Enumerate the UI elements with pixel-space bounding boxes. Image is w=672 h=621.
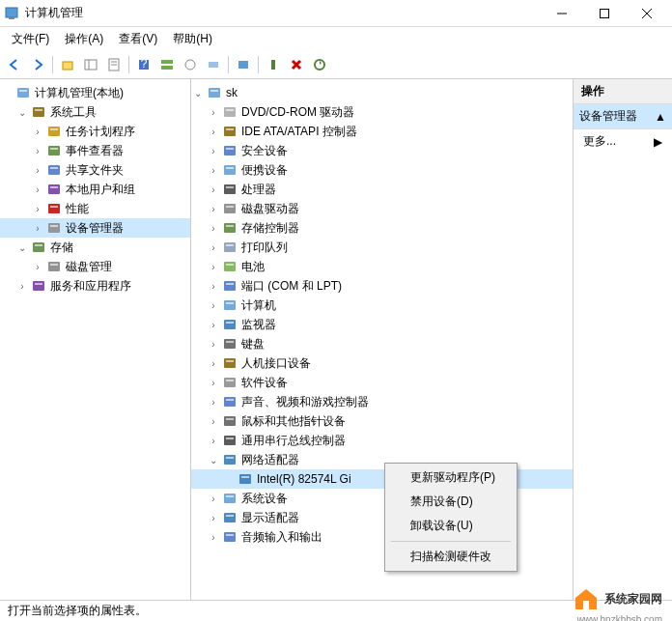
actions-more[interactable]: 更多... ▶ xyxy=(574,129,672,154)
collapse-icon[interactable]: › xyxy=(207,494,220,504)
tree-label: 网络适配器 xyxy=(241,452,299,468)
collapse-icon[interactable]: › xyxy=(15,281,29,292)
expand-icon[interactable]: ⌄ xyxy=(15,107,29,118)
collapse-icon[interactable]: › xyxy=(207,184,220,195)
collapse-icon[interactable]: › xyxy=(207,436,220,446)
scan-hardware-button[interactable] xyxy=(233,54,254,75)
close-button[interactable] xyxy=(626,0,668,27)
collapse-icon[interactable]: › xyxy=(207,513,220,523)
svg-rect-64 xyxy=(226,264,234,266)
tree-item[interactable]: ›存储控制器 xyxy=(191,218,573,238)
view-button[interactable] xyxy=(156,54,178,75)
tree-item[interactable]: ›打印队列 xyxy=(191,238,573,257)
tree-item[interactable]: ›监视器 xyxy=(191,315,573,334)
collapse-icon[interactable]: › xyxy=(31,165,44,176)
tb-icon-1[interactable] xyxy=(180,54,201,75)
menu-view[interactable]: 查看(V) xyxy=(111,29,165,49)
tb-icon-2[interactable] xyxy=(203,54,224,75)
tree-item[interactable]: ›本地用户和组 xyxy=(0,180,190,199)
tree-item[interactable]: ›服务和应用程序 xyxy=(0,276,190,296)
collapse-icon[interactable]: › xyxy=(207,532,220,543)
collapse-icon[interactable]: › xyxy=(207,378,220,388)
up-button[interactable] xyxy=(57,54,78,75)
collapse-icon[interactable]: › xyxy=(207,262,220,272)
uninstall-button[interactable] xyxy=(286,54,307,75)
tree-item[interactable]: ⌄sk xyxy=(191,83,573,102)
actions-selected[interactable]: 设备管理器 ▲ xyxy=(574,104,672,129)
tree-item[interactable]: ›处理器 xyxy=(191,180,573,199)
back-button[interactable] xyxy=(4,54,25,75)
collapse-icon[interactable]: › xyxy=(31,223,44,234)
tree-item[interactable]: ›设备管理器 xyxy=(0,218,190,238)
tree-item[interactable]: ›键盘 xyxy=(191,334,573,353)
collapse-icon[interactable]: › xyxy=(207,416,220,427)
collapse-icon[interactable]: › xyxy=(207,358,220,369)
help-button[interactable]: ? xyxy=(133,54,154,75)
tree-item[interactable]: 计算机管理(本地) xyxy=(0,83,190,102)
tree-label: Intel(R) 82574L Gi xyxy=(257,472,351,486)
properties-button[interactable] xyxy=(103,54,125,75)
tree-item[interactable]: ›磁盘驱动器 xyxy=(191,199,573,218)
tree-item[interactable]: ›任务计划程序 xyxy=(0,122,190,141)
show-console-button[interactable] xyxy=(80,54,101,75)
collapse-icon[interactable]: › xyxy=(207,146,220,156)
collapse-icon[interactable]: › xyxy=(207,281,220,292)
maximize-button[interactable] xyxy=(583,0,626,27)
tree-item[interactable]: ›磁盘管理 xyxy=(0,257,190,276)
tree-item[interactable]: ›软件设备 xyxy=(191,373,573,392)
minimize-button[interactable] xyxy=(541,0,583,27)
tree-item[interactable]: ›安全设备 xyxy=(191,141,573,160)
collapse-icon[interactable]: › xyxy=(207,242,220,253)
tree-item[interactable]: ⌄系统工具 xyxy=(0,102,190,122)
tree-item[interactable]: ›鼠标和其他指针设备 xyxy=(191,411,573,431)
expand-icon[interactable]: ⌄ xyxy=(207,455,220,466)
tree-item[interactable]: ›共享文件夹 xyxy=(0,160,190,180)
svg-rect-0 xyxy=(6,8,17,17)
svg-rect-6 xyxy=(63,62,72,70)
tree-item[interactable]: ›声音、视频和游戏控制器 xyxy=(191,392,573,411)
tree-item[interactable]: ›便携设备 xyxy=(191,160,573,180)
expand-icon[interactable]: ⌄ xyxy=(15,242,29,253)
collapse-icon[interactable]: › xyxy=(207,320,220,330)
svg-rect-67 xyxy=(224,300,236,310)
battery-icon xyxy=(222,259,238,274)
tree-item[interactable]: ›IDE ATA/ATAPI 控制器 xyxy=(191,122,573,141)
context-menu-item[interactable]: 扫描检测硬件改 xyxy=(387,545,515,569)
menu-help[interactable]: 帮助(H) xyxy=(165,29,220,49)
device-tree[interactable]: ⌄sk›DVD/CD-ROM 驱动器›IDE ATA/ATAPI 控制器›安全设… xyxy=(191,79,574,600)
svg-rect-73 xyxy=(224,358,236,368)
collapse-icon[interactable]: › xyxy=(207,223,220,234)
tree-item[interactable]: ›电池 xyxy=(191,257,573,276)
collapse-icon[interactable]: › xyxy=(207,107,220,118)
collapse-icon[interactable]: › xyxy=(207,127,220,137)
context-menu-item[interactable]: 卸载设备(U) xyxy=(387,514,515,538)
enable-button[interactable] xyxy=(263,54,284,75)
forward-button[interactable] xyxy=(27,54,48,75)
collapse-icon[interactable]: › xyxy=(31,184,44,195)
collapse-icon[interactable]: › xyxy=(31,146,44,156)
tree-item[interactable]: ›DVD/CD-ROM 驱动器 xyxy=(191,102,573,122)
tree-item[interactable]: ⌄存储 xyxy=(0,238,190,257)
collapse-icon[interactable]: › xyxy=(207,397,220,408)
tree-item[interactable]: ›人机接口设备 xyxy=(191,353,573,373)
menu-file[interactable]: 文件(F) xyxy=(4,29,57,49)
tree-item[interactable]: ›通用串行总线控制器 xyxy=(191,431,573,450)
collapse-icon[interactable]: › xyxy=(31,127,44,137)
expand-icon[interactable]: ⌄ xyxy=(191,88,205,99)
tree-item[interactable]: ›事件查看器 xyxy=(0,141,190,160)
tree-item[interactable]: ›性能 xyxy=(0,199,190,218)
update-button[interactable] xyxy=(309,54,330,75)
tree-item[interactable]: ›端口 (COM 和 LPT) xyxy=(191,276,573,296)
collapse-icon[interactable]: › xyxy=(207,204,220,214)
context-menu-item[interactable]: 更新驱动程序(P) xyxy=(387,466,515,490)
svg-rect-36 xyxy=(50,206,58,208)
menu-action[interactable]: 操作(A) xyxy=(57,29,111,49)
tree-item[interactable]: ›计算机 xyxy=(191,296,573,315)
collapse-icon[interactable]: › xyxy=(31,204,44,214)
collapse-icon[interactable]: › xyxy=(31,262,44,272)
collapse-icon[interactable]: › xyxy=(207,165,220,176)
collapse-icon[interactable]: › xyxy=(207,300,220,311)
collapse-icon[interactable]: › xyxy=(207,339,220,350)
context-menu-item[interactable]: 禁用设备(D) xyxy=(387,490,515,514)
scope-tree[interactable]: 计算机管理(本地)⌄系统工具›任务计划程序›事件查看器›共享文件夹›本地用户和组… xyxy=(0,79,191,600)
